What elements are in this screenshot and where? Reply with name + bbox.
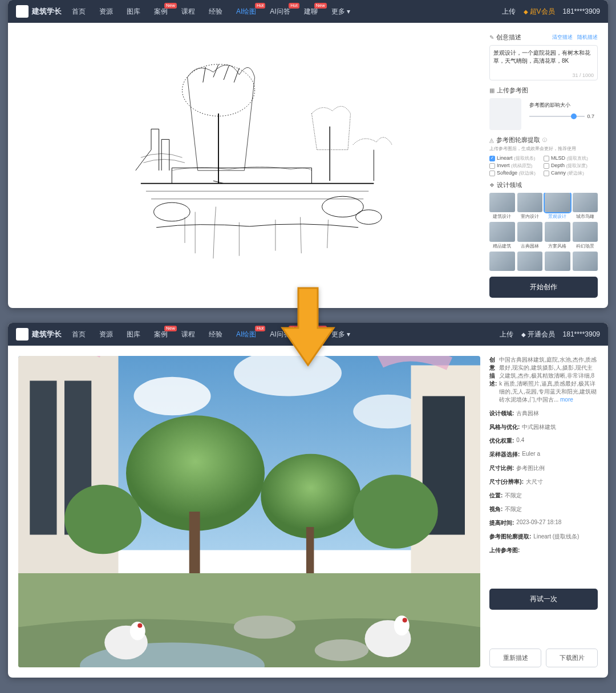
svg-rect-21 (306, 527, 314, 573)
canvas-result (18, 356, 480, 667)
nav-item[interactable]: 资源 (99, 330, 113, 339)
sketch-image (42, 46, 457, 285)
svg-point-10 (134, 377, 211, 416)
checkbox-icon[interactable] (544, 156, 549, 161)
upload-link[interactable]: 上传 (500, 330, 513, 339)
help-icon[interactable]: ⓘ (542, 137, 547, 143)
checkbox-icon[interactable] (489, 163, 495, 169)
style-thumb (489, 222, 515, 241)
info-row: 创意描述:中国古典园林建筑,庭院,水池,杰作,质感最好,现实的,建筑摄影,人,摄… (489, 356, 598, 404)
style-item[interactable]: 科幻场景 (573, 222, 598, 249)
brand: 建筑学长 (32, 329, 62, 339)
style-item[interactable]: 精品建筑 (489, 222, 515, 249)
nav-item[interactable]: 课程 (181, 330, 195, 339)
info-row: 提高时间:2023-09-27 18:18 (489, 519, 598, 527)
nav-item[interactable]: 案例New (154, 7, 168, 17)
checkbox-icon[interactable] (489, 156, 495, 161)
checkbox-icon[interactable] (544, 171, 549, 176)
char-counter: 31 / 1000 (572, 72, 594, 78)
check-canny[interactable]: Canny (硬边缘) (544, 170, 598, 176)
clear-link[interactable]: 清空描述 (552, 34, 573, 41)
style-thumb (573, 193, 598, 212)
sidebar-input: ✎ 创意描述 清空描述 随机描述 景观设计，一个庭院花园，有树木和花草，天气晴朗… (489, 33, 598, 298)
canvas-sketch (18, 33, 480, 298)
checkbox-icon[interactable] (544, 163, 549, 169)
style-item[interactable]: 古典园林 (517, 222, 543, 249)
svg-point-22 (64, 485, 141, 554)
style-item[interactable] (489, 252, 515, 272)
retry-button[interactable]: 再试一次 (489, 589, 598, 610)
user-phone[interactable]: 181****3909 (563, 7, 600, 15)
start-button[interactable]: 开始创作 (489, 277, 598, 298)
header-right: 上传 超V会员 181****3909 (502, 7, 600, 17)
check-softedge[interactable]: Softedge (软边缘) (489, 170, 544, 176)
vip-link[interactable]: 超V会员 (524, 7, 555, 17)
nav-item[interactable]: 建聊New (304, 7, 318, 17)
grid-icon: ❖ (489, 182, 495, 188)
extract-title: ◬ 参考图轮廓提取 ⓘ (489, 136, 598, 144)
pencil-icon: ✎ (489, 34, 494, 40)
nav-item[interactable]: 课程 (181, 7, 195, 17)
info-row: 设计领域:古典园林 (489, 410, 598, 418)
slider-value: 0.7 (587, 114, 594, 119)
style-item[interactable] (517, 252, 543, 272)
nav-item[interactable]: 图库 (127, 330, 140, 339)
info-list: 创意描述:中国古典园林建筑,庭院,水池,杰作,质感最好,现实的,建筑摄影,人,摄… (489, 356, 598, 554)
nav-item[interactable]: AI绘图Hot (236, 7, 256, 17)
style-item[interactable] (545, 252, 570, 272)
style-thumb (517, 252, 543, 271)
style-item[interactable]: 方案风格 (545, 222, 570, 249)
brand: 建筑学长 (32, 6, 62, 17)
nav-item[interactable]: AI绘图Hot (236, 330, 256, 339)
style-thumb (489, 193, 515, 212)
nav-item[interactable]: 经验 (209, 7, 222, 17)
style-item[interactable]: 城市鸟瞰 (573, 193, 598, 220)
nav-item[interactable]: 更多 ▾ (331, 7, 350, 17)
upload-title: ▦ 上传参考图 (489, 86, 598, 95)
extract-icon: ◬ (489, 137, 494, 143)
redesc-button[interactable]: 重新描述 (489, 649, 541, 667)
nav-item[interactable]: 经验 (209, 330, 222, 339)
style-thumb (489, 252, 515, 271)
info-row: 参考图轮廓提取:Lineart (提取线条) (489, 533, 598, 541)
style-item[interactable]: 室内设计 (517, 193, 543, 220)
nav-item[interactable]: 案例New (154, 330, 168, 339)
nav-item[interactable]: 图库 (127, 7, 140, 17)
checkbox-icon[interactable] (489, 171, 495, 176)
result-image (18, 356, 480, 667)
style-thumb (545, 222, 570, 241)
vip-link[interactable]: 开通会员 (521, 330, 555, 339)
upload-link[interactable]: 上传 (502, 7, 516, 17)
nav-item[interactable]: 资源 (99, 7, 113, 17)
style-item[interactable] (573, 252, 598, 272)
arrow-down-icon (277, 285, 339, 373)
upload-dropzone[interactable] (489, 98, 521, 130)
info-row: 上传参考图: (489, 546, 598, 554)
check-mlsd[interactable]: MLSD (提取直线) (544, 155, 598, 161)
more-link[interactable]: more (560, 396, 573, 403)
info-row: 位置:不限定 (489, 492, 598, 500)
slider-track[interactable] (529, 116, 585, 117)
svg-point-32 (234, 615, 295, 639)
header-top: 建筑学长 首页资源图库案例New课程经验AI绘图HotAI问答Hot建聊New更… (8, 0, 608, 23)
svg-point-30 (394, 615, 410, 635)
nav-item[interactable]: 首页 (72, 330, 86, 339)
slider-thumb[interactable] (571, 114, 577, 119)
sidebar-info: 创意描述:中国古典园林建筑,庭院,水池,杰作,质感最好,现实的,建筑摄影,人,摄… (489, 356, 598, 667)
style-item[interactable]: 建筑设计 (489, 193, 515, 220)
check-lineart[interactable]: Lineart (提取线条) (489, 155, 544, 161)
image-icon: ▦ (489, 87, 495, 94)
user-phone[interactable]: 181****3909 (563, 330, 600, 338)
download-button[interactable]: 下载图片 (546, 649, 598, 667)
desc-title: ✎ 创意描述 清空描述 随机描述 (489, 33, 598, 42)
nav-item[interactable]: AI问答Hot (270, 7, 290, 17)
nav-item[interactable]: 首页 (72, 7, 86, 17)
info-row: 优化权重:0.4 (489, 437, 598, 445)
style-item[interactable]: 景观设计 (545, 193, 570, 220)
style-thumb (573, 222, 598, 241)
prompt-textarea[interactable]: 景观设计，一个庭院花园，有树木和花草，天气晴朗，高清花草，8K 31 / 100… (489, 45, 598, 80)
check-depth[interactable]: Depth (提取深度) (544, 163, 598, 169)
check-invert[interactable]: Invert (线稿原型) (489, 163, 544, 169)
random-link[interactable]: 随机描述 (577, 34, 598, 41)
svg-point-33 (315, 639, 369, 661)
